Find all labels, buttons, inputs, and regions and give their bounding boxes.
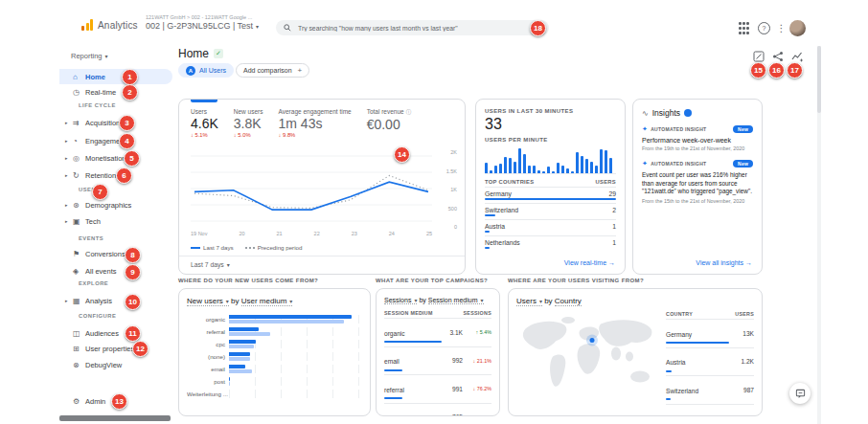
sidebar-item-realtime[interactable]: Real-time	[59, 84, 172, 100]
dimension-dropdown[interactable]: Country	[555, 297, 582, 306]
overview-card: Users 4.6K 5.1% New users 3.8K 5.0% Aver…	[178, 99, 466, 275]
search-input[interactable]	[296, 24, 541, 33]
sidebar-item-analysis[interactable]: Analysis	[59, 293, 172, 308]
metric-users[interactable]: Users 4.6K 5.1%	[191, 108, 218, 138]
sidebar-item-audiences[interactable]: Audiences	[59, 325, 172, 341]
view-all-insights-link[interactable]: View all insights	[696, 259, 752, 266]
country-row: Germany 13K	[666, 319, 754, 347]
medium-bar	[384, 397, 402, 399]
sidebar-item-monetisation[interactable]: Monetisation	[59, 150, 172, 166]
insight-item[interactable]: AUTOMATED INSIGHTNew Performance week-ov…	[642, 125, 753, 152]
country-users: 29	[608, 190, 616, 197]
sidebar-item-debugview[interactable]: DebugView	[59, 357, 172, 372]
realtime-country-row: Austria1	[485, 219, 616, 235]
search-bar[interactable]	[276, 20, 549, 35]
dotted-line-swatch	[245, 247, 255, 249]
bar-category-label: (none)	[187, 353, 229, 360]
sidebar-item-conversions[interactable]: Conversions	[59, 246, 172, 261]
dimension-dropdown[interactable]: User medium	[241, 297, 293, 306]
by-label: by	[231, 297, 239, 305]
country-users: 139	[729, 414, 754, 416]
property-selector[interactable]: 002 | G-2P3NL95LCG | Test	[146, 21, 259, 32]
sidebar-item-tech[interactable]: Tech	[59, 213, 172, 229]
realtime-bar	[494, 166, 497, 173]
date-range-selector[interactable]: Last 7 days	[191, 261, 230, 268]
metric-dropdown[interactable]: Sessions	[384, 297, 417, 304]
x-axis-tick: 25	[426, 231, 432, 236]
reporting-selector[interactable]: Reporting	[71, 52, 108, 60]
insights-toggle-icon[interactable]	[791, 49, 804, 61]
annotation-badge-2: 2	[122, 84, 138, 100]
sessions-value: 992	[442, 357, 463, 364]
add-comparison-label: Add comparison	[243, 67, 292, 74]
add-comparison-chip[interactable]: Add comparison	[236, 63, 309, 78]
campaign-row: organic 3.1K 5.4%	[384, 318, 491, 346]
bar-category-label: post	[187, 378, 229, 385]
previous-bar	[229, 357, 250, 361]
campaign-row: referral 991 76.2%	[384, 374, 491, 403]
scrollbar-thumb[interactable]	[817, 46, 821, 113]
current-bar	[229, 327, 259, 331]
scrollbar-track	[817, 46, 821, 424]
help-icon[interactable]	[758, 22, 770, 34]
bar-category-label: organic	[187, 316, 229, 323]
apps-grid-icon[interactable]	[738, 22, 750, 34]
sidebar-item-home[interactable]: Home	[59, 69, 172, 84]
current-bar	[229, 377, 230, 381]
analytics-logo[interactable]: Analytics	[81, 19, 138, 31]
dimension-dropdown[interactable]: Session medium	[428, 297, 484, 304]
sessions-delta: 5.4%	[463, 329, 491, 335]
avatar[interactable]	[789, 20, 806, 36]
sidebar-item-engagement[interactable]: Engagement	[59, 133, 172, 148]
chevron-right-icon	[65, 155, 73, 161]
feedback-button[interactable]	[789, 383, 811, 404]
sidebar-item-label: Acquisition	[85, 119, 120, 127]
chevron-right-icon	[65, 202, 73, 208]
search-icon	[284, 24, 291, 32]
metric-new-users[interactable]: New users 3.8K 5.0%	[234, 108, 263, 138]
metrics-row: Users 4.6K 5.1% New users 3.8K 5.0% Aver…	[191, 108, 411, 138]
bar-row: Weiterleitung ...	[187, 388, 362, 400]
sidebar-item-acquisition[interactable]: Acquisition	[59, 115, 172, 130]
sidebar-scrollbar[interactable]	[59, 415, 171, 421]
realtime-bar	[571, 171, 574, 173]
all-users-chip[interactable]: A All Users	[178, 63, 234, 78]
view-realtime-link[interactable]: View real-time	[564, 259, 615, 266]
sidebar-item-user-properties[interactable]: User properties	[59, 341, 172, 356]
realtime-bar	[557, 163, 560, 173]
share-icon[interactable]	[772, 49, 785, 61]
metric-delta: 5.0%	[234, 132, 263, 138]
chevron-right-icon	[65, 298, 73, 303]
annotation-badge-3: 3	[119, 115, 135, 131]
metric-engagement-time[interactable]: Average engagement time 1m 43s 9.8%	[279, 108, 352, 138]
realtime-bar	[547, 167, 550, 173]
sidebar-item-label: Monetisation	[85, 154, 126, 163]
demographics-icon	[73, 201, 85, 210]
more-menu-icon[interactable]	[775, 22, 788, 34]
sidebar-item-all-events[interactable]: All events	[59, 263, 172, 279]
previous-bar	[229, 345, 254, 348]
bar-group	[229, 352, 362, 361]
realtime-title: USERS IN LAST 30 MINUTES	[485, 108, 616, 114]
annotation-badge-11: 11	[125, 325, 141, 342]
annotation-badge-13: 13	[111, 393, 127, 410]
metric-dropdown[interactable]: New users	[187, 297, 229, 306]
sidebar-item-demographics[interactable]: Demographics	[59, 197, 172, 212]
account-breadcrumb: 121WATT GmbH > 002 - 121WATT Google ...	[146, 14, 259, 21]
insight-item[interactable]: AUTOMATED INSIGHTNew Event count per use…	[642, 160, 753, 205]
bar-category-label: email	[187, 366, 229, 372]
sessions-delta: 21.1%	[463, 358, 491, 364]
bar-group	[229, 340, 362, 348]
customize-report-icon[interactable]	[753, 49, 765, 61]
realtime-card: USERS IN LAST 30 MINUTES 33 USERS PER MI…	[475, 99, 626, 275]
insight-text: Event count per user was 216% higher tha…	[642, 171, 753, 196]
bar-group	[229, 390, 362, 398]
page-title-text: Home	[178, 47, 209, 60]
metric-dropdown[interactable]: Users	[516, 297, 542, 306]
metric-total-revenue[interactable]: Total revenue €0.00	[367, 108, 412, 138]
account-switcher[interactable]: 121WATT GmbH > 002 - 121WATT Google ... …	[146, 14, 259, 32]
gear-icon	[73, 397, 85, 406]
annotation-badge-14: 14	[394, 146, 410, 163]
legend-current: Last 7 days	[191, 244, 234, 251]
users-per-minute-label: USERS PER MINUTE	[485, 137, 616, 143]
